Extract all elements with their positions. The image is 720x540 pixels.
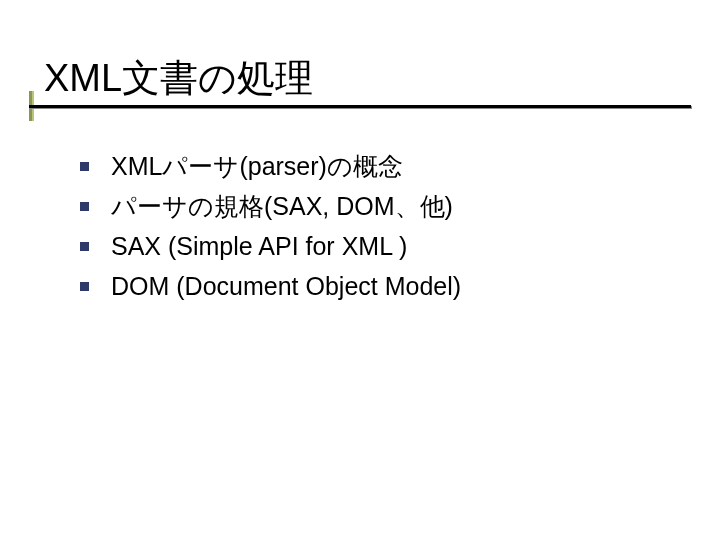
bullet-icon [80, 242, 89, 251]
slide-title: XML文書の処理 [44, 53, 313, 104]
bullet-icon [80, 162, 89, 171]
title-underline [29, 105, 691, 108]
bullet-text: DOM (Document Object Model) [111, 266, 461, 306]
bullet-icon [80, 282, 89, 291]
bullet-text: XMLパーサ(parser)の概念 [111, 146, 403, 186]
list-item: パーサの規格(SAX, DOM、他) [80, 186, 461, 226]
slide-title-block: XML文書の処理 [44, 53, 313, 104]
list-item: DOM (Document Object Model) [80, 266, 461, 306]
bullet-text: SAX (Simple API for XML ) [111, 226, 407, 266]
list-item: XMLパーサ(parser)の概念 [80, 146, 461, 186]
bullet-text: パーサの規格(SAX, DOM、他) [111, 186, 453, 226]
bullet-list: XMLパーサ(parser)の概念 パーサの規格(SAX, DOM、他) SAX… [80, 146, 461, 306]
list-item: SAX (Simple API for XML ) [80, 226, 461, 266]
bullet-icon [80, 202, 89, 211]
